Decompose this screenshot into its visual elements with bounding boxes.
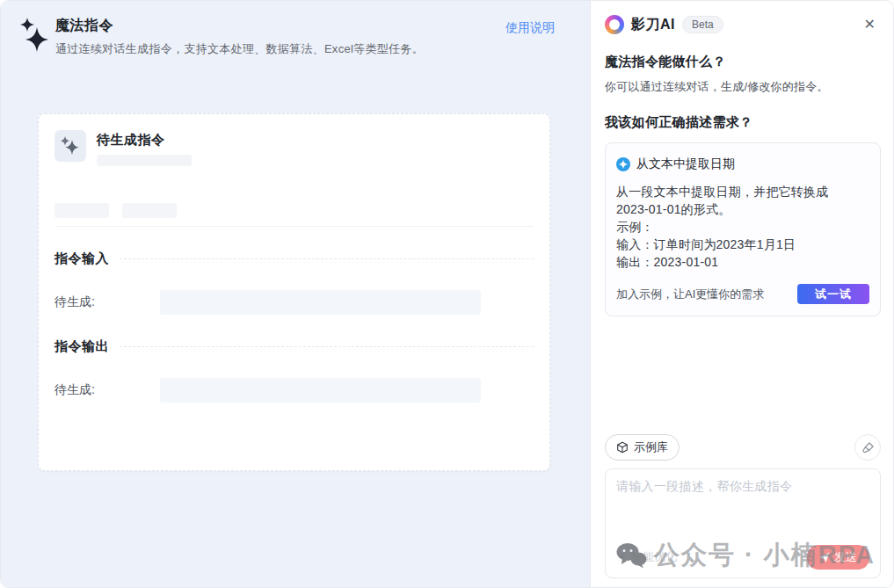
output-pending-label: 待生成: xyxy=(55,382,160,398)
beta-badge: Beta xyxy=(682,16,723,33)
card-divider xyxy=(55,226,534,227)
pending-card-header: 待生成指令 xyxy=(55,130,534,166)
description-input[interactable] xyxy=(616,479,869,545)
example-line: 输入：订单时间为2023年1月1日 xyxy=(616,236,869,253)
optimize-sparkle-icon xyxy=(616,552,628,563)
example-line: 从一段文本中提取日期，并把它转换成 xyxy=(616,183,869,200)
left-header: 魔法指令 通过连续对话生成指令，支持文本处理、数据算法、Excel等类型任务。 … xyxy=(17,17,555,57)
composer-area: 示例库 xyxy=(605,434,881,587)
left-header-text: 魔法指令 通过连续对话生成指令，支持文本处理、数据算法、Excel等类型任务。 xyxy=(55,17,491,57)
app-window: 魔法指令 通过连续对话生成指令，支持文本处理、数据算法、Excel等类型任务。 … xyxy=(0,0,894,588)
input-skeleton-bar xyxy=(160,290,481,315)
try-it-button[interactable]: 试一试 xyxy=(797,284,869,304)
composer-toolbar: 示例库 xyxy=(605,434,881,461)
magic-sparkle-icon xyxy=(17,17,48,55)
example-footer-note: 加入示例，让AI更懂你的需求 xyxy=(616,287,764,302)
cube-icon xyxy=(616,441,629,454)
examples-library-button[interactable]: 示例库 xyxy=(605,434,680,461)
input-pending-label: 待生成: xyxy=(55,294,160,310)
example-body: 从一段文本中提取日期，并把它转换成 2023-01-01的形式。 示例： 输入：… xyxy=(616,183,869,271)
usage-instructions-link[interactable]: 使用说明 xyxy=(505,20,555,36)
output-skeleton-bar xyxy=(160,378,481,403)
section-dash-rule xyxy=(120,258,534,259)
examples-library-label: 示例库 xyxy=(634,439,668,455)
example-footer: 加入示例，让AI更懂你的需求 试一试 xyxy=(616,284,869,304)
send-label: 发送 xyxy=(834,549,857,565)
skeleton-chips-row xyxy=(55,203,534,218)
example-card-header: 从文本中提取日期 xyxy=(616,156,869,172)
skeleton-chip xyxy=(122,203,177,218)
description-input-box: 智能优化 发送 xyxy=(605,468,881,578)
brush-icon xyxy=(861,441,875,454)
pending-card-title: 待生成指令 xyxy=(97,132,192,149)
skeleton-title-bar xyxy=(97,155,192,166)
pending-command-card: 待生成指令 指令输入 待生成: 指令输出 待生 xyxy=(38,113,550,471)
output-section-title: 指令输出 xyxy=(55,338,109,355)
example-line: 2023-01-01的形式。 xyxy=(616,200,869,218)
example-line: 输出：2023-01-01 xyxy=(616,253,869,271)
page-subtitle: 通过连续对话生成指令，支持文本处理、数据算法、Excel等类型任务。 xyxy=(55,41,491,57)
brand-name: 影刀AI xyxy=(631,16,675,34)
smart-optimize-toggle[interactable]: 智能优化 xyxy=(616,549,677,565)
input-field-row: 待生成: xyxy=(55,290,534,315)
answer-1: 你可以通过连续对话，生成/修改你的指令。 xyxy=(605,79,881,95)
example-line: 示例： xyxy=(616,218,869,236)
example-title: 从文本中提取日期 xyxy=(636,156,735,172)
assistant-header: 影刀AI Beta ✕ xyxy=(605,15,881,34)
section-dash-rule xyxy=(120,346,534,347)
clear-brush-button[interactable] xyxy=(854,434,881,461)
close-icon[interactable]: ✕ xyxy=(859,16,881,33)
pending-sparkle-icon xyxy=(55,130,86,162)
send-button[interactable]: 发送 xyxy=(807,545,869,570)
example-sparkle-icon xyxy=(616,157,630,171)
output-field-row: 待生成: xyxy=(55,378,534,403)
input-actions-row: 智能优化 发送 xyxy=(616,545,869,570)
ai-assistant-panel: 影刀AI Beta ✕ 魔法指令能做什么？ 你可以通过连续对话，生成/修改你的指… xyxy=(590,1,893,587)
example-card: 从文本中提取日期 从一段文本中提取日期，并把它转换成 2023-01-01的形式… xyxy=(605,142,881,316)
skeleton-chip xyxy=(55,203,109,218)
send-plane-icon xyxy=(819,552,830,563)
yingdao-logo-icon xyxy=(605,15,624,34)
pending-card-title-col: 待生成指令 xyxy=(97,130,192,166)
page-title: 魔法指令 xyxy=(55,17,491,35)
question-1: 魔法指令能做什么？ xyxy=(605,54,881,70)
question-2: 我该如何正确描述需求？ xyxy=(605,114,881,131)
output-section-header: 指令输出 xyxy=(55,338,534,355)
input-section-header: 指令输入 xyxy=(55,250,534,267)
smart-optimize-label: 智能优化 xyxy=(631,549,677,565)
magic-command-panel: 魔法指令 通过连续对话生成指令，支持文本处理、数据算法、Excel等类型任务。 … xyxy=(1,1,590,587)
input-section-title: 指令输入 xyxy=(55,250,109,267)
